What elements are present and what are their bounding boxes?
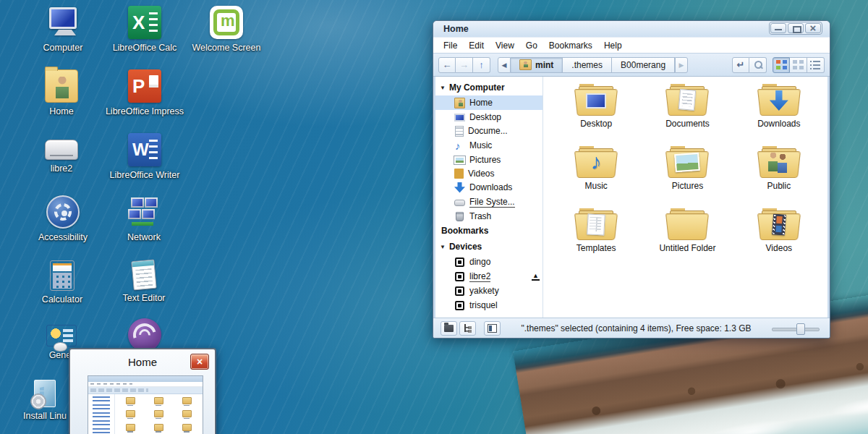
sidebar-item-label: Videos (468, 169, 494, 179)
breadcrumb-segment[interactable]: .themes (563, 57, 612, 73)
sidebar-header-label: Devices (449, 242, 482, 252)
file-item[interactable]: Pictures (644, 146, 730, 208)
desktop-icon-label: Welcome Screen (192, 43, 261, 54)
desktop-icon-image (46, 325, 77, 346)
breadcrumb-segment[interactable]: mint (511, 57, 563, 73)
sidebar-item[interactable]: Pictures (435, 153, 542, 166)
desktop-icon-label: Calculator (42, 294, 82, 305)
breadcrumb-scroll-left[interactable]: ◀ (498, 57, 511, 73)
file-item[interactable]: Untitled Folder (644, 208, 730, 271)
show-folders-toggle[interactable] (441, 321, 457, 336)
sidebar-header-label: Bookmarks (441, 226, 488, 236)
desktop-icon[interactable]: LibreOffice Calc (105, 6, 184, 54)
maximize-button[interactable] (788, 23, 804, 33)
file-label: Pictures (672, 181, 703, 191)
sidebar-header-devices[interactable]: ▼Devices (435, 239, 542, 255)
menu-item[interactable]: Bookmarks (543, 39, 598, 52)
preview-close-button[interactable]: × (190, 354, 209, 370)
sidebar-item-icon (454, 200, 465, 206)
panel-icon (488, 324, 497, 333)
menu-item[interactable]: Help (598, 39, 628, 52)
sidebar-item[interactable]: Music (435, 138, 542, 153)
sidebar-item[interactable]: Videos (435, 166, 542, 180)
sidebar-device-item[interactable]: libre2 ▲ (435, 269, 542, 284)
sidebar-item[interactable]: Downloads (435, 180, 542, 195)
sidebar-header-bookmarks[interactable]: Bookmarks (435, 223, 542, 239)
sidebar-item[interactable]: Docume... (435, 124, 542, 138)
close-button[interactable] (805, 23, 821, 33)
preview-window[interactable]: Home × (69, 348, 216, 434)
folder-icon (577, 208, 615, 240)
desktop-icon-overlay (128, 6, 161, 39)
desktop-icon[interactable]: Computer (23, 6, 103, 54)
list-view-button[interactable] (807, 57, 825, 73)
desktop-icon[interactable]: LibreOffice Writer (105, 133, 184, 181)
file-item[interactable]: Public (736, 146, 822, 208)
back-button[interactable]: ← (438, 57, 456, 73)
desktop-icon[interactable]: Network (104, 195, 184, 243)
search-button[interactable] (749, 57, 767, 73)
desktop-icon[interactable]: libre2 (22, 133, 101, 174)
desktop-icon[interactable]: Text Editor (104, 259, 184, 304)
nav-buttons: ← → ↑ (438, 57, 490, 73)
thumbnail-files (115, 394, 203, 434)
sidebar-item[interactable]: Home (435, 95, 542, 110)
desktop-icon-label: LibreOffice Calc (113, 43, 177, 54)
folder-icon (668, 84, 706, 116)
titlebar[interactable]: Home (433, 21, 830, 37)
icon-view-button[interactable] (773, 57, 790, 73)
breadcrumb-segment[interactable]: B00merang (612, 57, 675, 73)
menu-item[interactable]: Go (520, 39, 543, 52)
file-item[interactable]: Templates (553, 208, 639, 271)
sidebar-device-item[interactable]: dingo (435, 255, 542, 269)
file-item[interactable]: Downloads (736, 84, 822, 146)
sidebar-item[interactable]: Desktop (435, 110, 542, 124)
zoom-slider-thumb[interactable] (796, 323, 805, 335)
file-item[interactable]: Videos (736, 208, 822, 271)
forward-button[interactable]: → (456, 57, 473, 73)
sidebar-header-my-computer[interactable]: ▼My Computer (435, 80, 542, 95)
up-button[interactable]: ↑ (473, 57, 490, 73)
sidebar-device-item[interactable]: yakkety (435, 284, 542, 298)
file-item[interactable]: Desktop (553, 84, 639, 146)
sidebar-item-icon (454, 98, 465, 109)
breadcrumb-label: B00merang (621, 60, 665, 70)
eject-icon[interactable]: ▲ (532, 273, 540, 281)
breadcrumb-scroll-right[interactable]: ▶ (675, 57, 688, 73)
device-label: libre2 (469, 271, 490, 282)
desktop-icon-image (50, 260, 75, 291)
file-label: Public (767, 181, 791, 191)
folder-overlay-icon (678, 89, 696, 111)
open-location-button[interactable]: ↵ (732, 57, 749, 73)
device-label: dingo (469, 257, 490, 267)
compact-view-button[interactable] (790, 57, 807, 73)
folder-overlay-icon (586, 93, 606, 109)
minimize-button[interactable] (770, 23, 786, 33)
window-controls (769, 22, 822, 35)
sidebar-item[interactable]: File Syste... (435, 195, 542, 209)
sidebar-item[interactable]: Trash (435, 209, 542, 223)
file-label: Music (584, 181, 607, 191)
tree-view-toggle[interactable] (459, 321, 476, 336)
menu-item[interactable]: Edit (463, 39, 490, 52)
menu-item[interactable]: File (438, 39, 463, 52)
status-text: ".themes" selected (containing 4 items),… (504, 323, 768, 333)
desktop-icon[interactable]: Welcome Screen (187, 6, 266, 54)
file-item[interactable]: Documents (644, 84, 730, 146)
zoom-slider[interactable] (772, 323, 820, 334)
desktop-icon-label: Computer (43, 43, 83, 54)
desktop-icon-image (46, 195, 80, 229)
location-tools: ↵ (732, 57, 767, 73)
menu-item[interactable]: View (490, 39, 520, 52)
desktop-icon[interactable]: Calculator (22, 259, 102, 305)
desktop-icon[interactable]: Accessibility (23, 195, 103, 243)
side-pane-toggle[interactable] (484, 321, 501, 336)
desktop-icon-label: LibreOffice Writer (110, 170, 180, 181)
sidebar-item-icon (455, 126, 464, 137)
sidebar-device-item[interactable]: trisquel (435, 298, 542, 312)
desktop-icon[interactable]: Home (22, 69, 101, 117)
desktop-icon[interactable]: LibreOffice Impress (105, 69, 184, 117)
preview-thumbnail (88, 375, 203, 434)
file-item[interactable]: Music (553, 146, 639, 208)
back-icon: ← (443, 59, 452, 70)
